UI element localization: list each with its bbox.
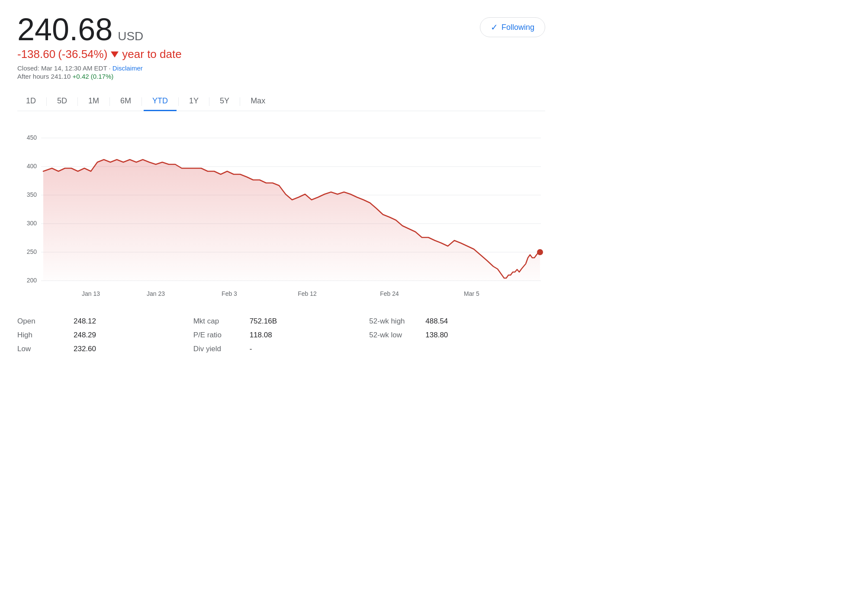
stat-label-52wk-high: 52-wk high xyxy=(369,317,417,326)
price-main-row: 240.68 USD xyxy=(17,14,182,45)
stats-table: Open 248.12 High 248.29 Low 232.60 Mkt c… xyxy=(17,317,545,353)
following-button-wrapper: ✓ Following xyxy=(480,14,545,37)
stat-52wk-low: 52-wk low 138.80 xyxy=(369,331,545,340)
svg-text:200: 200 xyxy=(27,277,37,284)
check-icon: ✓ xyxy=(491,22,498,32)
stat-open: Open 248.12 xyxy=(17,317,193,326)
svg-text:300: 300 xyxy=(27,220,37,227)
svg-text:Jan 23: Jan 23 xyxy=(147,290,165,297)
tab-1m[interactable]: 1M xyxy=(80,92,108,111)
time-tabs-bar: 1D 5D 1M 6M YTD 1Y 5Y Max xyxy=(17,92,545,111)
stat-label-52wk-low: 52-wk low xyxy=(369,331,417,340)
stat-value-pe: 118.08 xyxy=(250,331,272,340)
svg-text:Mar 5: Mar 5 xyxy=(464,290,479,297)
stat-label-open: Open xyxy=(17,317,65,326)
after-hours-row: After hours 241.10 +0.42 (0.17%) xyxy=(17,73,182,80)
stat-value-high: 248.29 xyxy=(74,331,96,340)
arrow-down-icon xyxy=(111,51,119,58)
disclaimer-link[interactable]: Disclaimer xyxy=(113,64,143,72)
closed-meta: Closed: Mar 14, 12:30 AM EDT · Disclaime… xyxy=(17,64,182,72)
following-label: Following xyxy=(502,23,534,32)
stats-col-1: Open 248.12 High 248.29 Low 232.60 xyxy=(17,317,193,353)
svg-text:450: 450 xyxy=(27,134,37,141)
stat-value-52wk-high: 488.54 xyxy=(425,317,448,326)
tab-5y[interactable]: 5Y xyxy=(211,92,238,111)
svg-text:350: 350 xyxy=(27,191,37,198)
tab-divider-3 xyxy=(109,97,110,106)
after-hours-label: After hours xyxy=(17,73,49,80)
tab-divider-6 xyxy=(209,97,209,106)
tab-6m[interactable]: 6M xyxy=(112,92,140,111)
chart-end-dot xyxy=(537,249,543,255)
tab-divider-5 xyxy=(178,97,179,106)
price-change-row: -138.60 (-36.54%) year to date xyxy=(17,48,182,61)
stat-low: Low 232.60 xyxy=(17,345,193,353)
stock-chart: 450 400 350 300 250 200 Jan 13 Jan 23 Fe… xyxy=(17,125,545,307)
stat-value-low: 232.60 xyxy=(74,345,96,353)
following-button[interactable]: ✓ Following xyxy=(480,17,545,37)
price-header: 240.68 USD -138.60 (-36.54%) year to dat… xyxy=(17,14,545,80)
svg-text:Feb 3: Feb 3 xyxy=(222,290,237,297)
stat-value-div: - xyxy=(250,345,252,353)
tab-1d[interactable]: 1D xyxy=(17,92,45,111)
svg-text:Jan 13: Jan 13 xyxy=(82,290,100,297)
stats-col-3: 52-wk high 488.54 52-wk low 138.80 xyxy=(369,317,545,353)
stat-value-open: 248.12 xyxy=(74,317,96,326)
after-hours-change: +0.42 (0.17%) xyxy=(73,73,114,80)
change-percent: (-36.54%) xyxy=(58,48,107,61)
period-label: year to date xyxy=(122,48,181,61)
stat-label-low: Low xyxy=(17,345,65,353)
price-info: 240.68 USD -138.60 (-36.54%) year to dat… xyxy=(17,14,182,80)
stat-label-mkt-cap: Mkt cap xyxy=(193,317,241,326)
chart-svg: 450 400 350 300 250 200 Jan 13 Jan 23 Fe… xyxy=(17,125,545,307)
stats-col-2: Mkt cap 752.16B P/E ratio 118.08 Div yie… xyxy=(193,317,370,353)
stat-high: High 248.29 xyxy=(17,331,193,340)
stat-label-pe: P/E ratio xyxy=(193,331,241,340)
stat-value-52wk-low: 138.80 xyxy=(425,331,448,340)
change-amount: -138.60 xyxy=(17,48,55,61)
svg-text:400: 400 xyxy=(27,163,37,170)
price-value: 240.68 xyxy=(17,14,113,45)
price-currency: USD xyxy=(118,29,143,43)
stat-mkt-cap: Mkt cap 752.16B xyxy=(193,317,370,326)
svg-text:Feb 24: Feb 24 xyxy=(380,290,399,297)
tab-divider-2 xyxy=(77,97,78,106)
tab-divider-4 xyxy=(141,97,142,106)
tab-1y[interactable]: 1Y xyxy=(180,92,207,111)
stat-label-high: High xyxy=(17,331,65,340)
svg-text:Feb 12: Feb 12 xyxy=(298,290,317,297)
tab-max[interactable]: Max xyxy=(242,92,274,111)
svg-text:250: 250 xyxy=(27,248,37,255)
stat-value-mkt-cap: 752.16B xyxy=(250,317,277,326)
tab-divider-1 xyxy=(46,97,47,106)
closed-label: Closed: Mar 14, 12:30 AM EDT xyxy=(17,64,107,72)
tab-5d[interactable]: 5D xyxy=(48,92,76,111)
stat-52wk-high: 52-wk high 488.54 xyxy=(369,317,545,326)
stat-div-yield: Div yield - xyxy=(193,345,370,353)
after-hours-price: 241.10 xyxy=(51,73,71,80)
tab-divider-7 xyxy=(240,97,240,106)
stat-pe-ratio: P/E ratio 118.08 xyxy=(193,331,370,340)
stat-label-div: Div yield xyxy=(193,345,241,353)
tab-ytd[interactable]: YTD xyxy=(144,92,177,111)
